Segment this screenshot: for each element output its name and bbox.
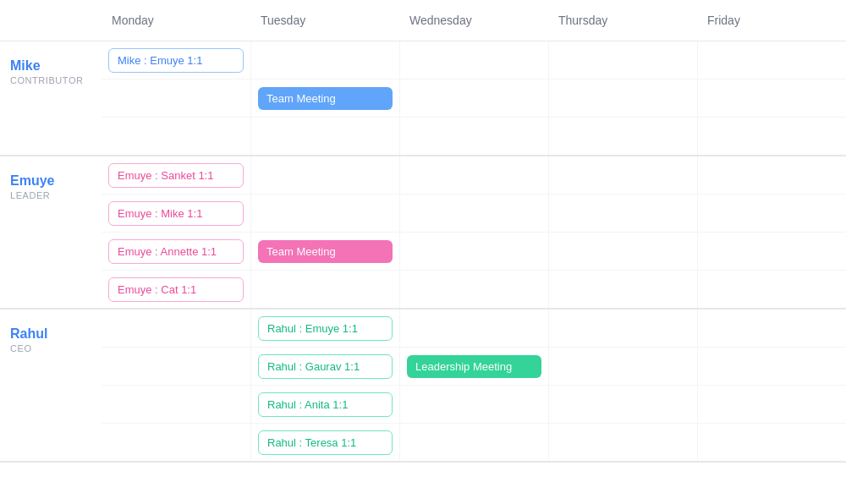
header-empty [0,0,102,41]
header-day: Thursday [548,0,697,41]
event-row: Mike : Emuye 1:1 [102,41,846,79]
day-cell [250,156,399,194]
day-cell [548,271,697,308]
day-cell [548,79,697,117]
day-cell [697,41,846,79]
day-cell [548,386,697,423]
day-cell: Mike : Emuye 1:1 [102,41,250,79]
event-chip[interactable]: Team Meeting [258,87,393,110]
person-label: RahulCEO [0,310,102,461]
person-name: Mike [10,58,91,74]
day-cell [697,118,846,155]
day-cell: Rahul : Teresa 1:1 [250,424,399,461]
event-chip[interactable]: Rahul : Teresa 1:1 [258,430,393,455]
event-row: Rahul : Gaurav 1:1Leadership Meeting [102,347,846,385]
person-label: MikeCONTRIBUTOR [0,41,102,155]
day-cell [548,310,697,347]
day-cell [399,41,548,79]
day-cell [102,310,250,347]
day-cell [399,310,548,347]
day-cell [399,424,548,461]
section-rahul: RahulCEORahul : Emuye 1:1Rahul : Gaurav … [0,310,846,463]
event-chip[interactable]: Emuye : Sanket 1:1 [108,163,244,188]
rows-container: Emuye : Sanket 1:1Emuye : Mike 1:1Emuye … [102,156,846,308]
day-cell [697,386,846,423]
rows-container: Mike : Emuye 1:1Team Meeting [102,41,846,155]
person-name: Rahul [10,326,91,342]
event-chip[interactable]: Rahul : Emuye 1:1 [258,316,393,341]
header-day: Wednesday [399,0,548,41]
day-cell: Rahul : Emuye 1:1 [250,310,399,347]
event-chip[interactable]: Leadership Meeting [407,355,541,378]
day-cell [548,348,697,385]
event-chip[interactable]: Mike : Emuye 1:1 [108,48,244,73]
day-cell: Rahul : Anita 1:1 [250,386,399,423]
day-cell [102,118,250,155]
day-cell [548,233,697,270]
section-mike: MikeCONTRIBUTORMike : Emuye 1:1Team Meet… [0,41,846,156]
day-cell [399,194,548,232]
day-cell [399,156,548,194]
event-row: Emuye : Annette 1:1Team Meeting [102,232,846,270]
day-cell [697,194,846,232]
day-cell [697,348,846,385]
event-row [102,117,846,155]
day-cell [548,194,697,232]
person-name: Emuye [10,173,91,189]
day-cell [399,233,548,270]
day-cell [250,41,399,79]
person-role: CEO [10,343,91,353]
day-cell [250,118,399,155]
event-chip[interactable]: Emuye : Annette 1:1 [108,239,244,264]
event-row: Emuye : Mike 1:1 [102,194,846,232]
rows-container: Rahul : Emuye 1:1Rahul : Gaurav 1:1Leade… [102,310,846,461]
event-chip[interactable]: Rahul : Anita 1:1 [258,392,393,417]
day-cell [102,424,250,461]
day-cell [250,194,399,232]
section-emuye: EmuyeLEADEREmuye : Sanket 1:1Emuye : Mik… [0,156,846,310]
day-cell: Emuye : Mike 1:1 [102,194,250,232]
header-day: Monday [102,0,250,41]
day-cell: Rahul : Gaurav 1:1 [250,348,399,385]
day-cell: Emuye : Annette 1:1 [102,233,250,270]
day-cell [399,118,548,155]
day-cell [102,348,250,385]
person-role: CONTRIBUTOR [10,75,91,85]
event-chip[interactable]: Rahul : Gaurav 1:1 [258,354,393,379]
event-row: Rahul : Emuye 1:1 [102,310,846,347]
event-row: Emuye : Sanket 1:1 [102,156,846,194]
calendar-view: MondayTuesdayWednesdayThursdayFriday Mik… [0,0,846,504]
day-cell: Emuye : Sanket 1:1 [102,156,250,194]
person-label: EmuyeLEADER [0,156,102,308]
event-chip[interactable]: Team Meeting [258,240,393,263]
day-cell [548,156,697,194]
day-cell [399,79,548,117]
day-cell: Emuye : Cat 1:1 [102,271,250,308]
day-cell [697,271,846,308]
event-chip[interactable]: Emuye : Cat 1:1 [108,277,244,302]
event-row: Team Meeting [102,79,846,117]
event-chip[interactable]: Emuye : Mike 1:1 [108,201,244,226]
day-cell [548,424,697,461]
day-cell [697,310,846,347]
person-role: LEADER [10,190,91,200]
day-cell [399,386,548,423]
event-row: Rahul : Anita 1:1 [102,385,846,423]
event-row: Emuye : Cat 1:1 [102,270,846,308]
day-cell [697,424,846,461]
event-row: Rahul : Teresa 1:1 [102,423,846,461]
day-cell: Team Meeting [250,79,399,117]
day-cell [102,79,250,117]
day-cell: Leadership Meeting [399,348,548,385]
day-cell: Team Meeting [250,233,399,270]
day-cell [548,41,697,79]
day-cell [102,386,250,423]
day-cell [250,271,399,308]
header-day: Friday [697,0,846,41]
day-cell [697,79,846,117]
day-cell [697,233,846,270]
day-cell [399,271,548,308]
calendar-header: MondayTuesdayWednesdayThursdayFriday [0,0,846,41]
day-cell [548,118,697,155]
day-cell [697,156,846,194]
